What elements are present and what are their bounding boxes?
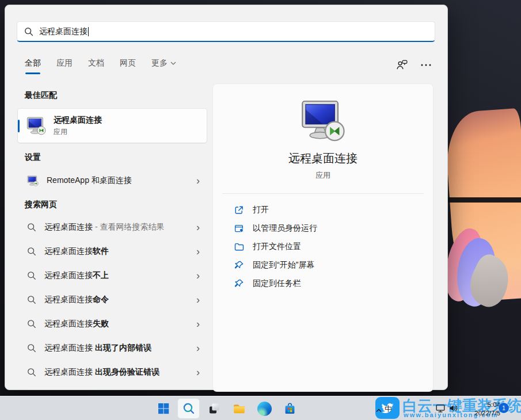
text-caret xyxy=(88,27,89,36)
chevron-right-icon: › xyxy=(193,222,200,232)
search-icon xyxy=(27,343,36,353)
best-match-header: 最佳匹配 xyxy=(25,90,57,101)
tab-all[interactable]: 全部 xyxy=(25,58,41,74)
system-tray: 中 5:04 2022/7/5 1 xyxy=(0,396,521,420)
action-label: 以管理员身份运行 xyxy=(253,223,317,234)
selection-accent-bar xyxy=(18,120,20,132)
pin-icon xyxy=(234,278,244,289)
search-input[interactable]: 远程桌面连接 xyxy=(17,21,435,42)
chevron-down-icon xyxy=(170,62,176,65)
action-label: 打开文件位置 xyxy=(253,242,301,252)
app-detail-card: 远程桌面连接 应用 打开 以管理员身份运行 打开文件位置 xyxy=(212,83,433,392)
web-suggestion[interactable]: 远程桌面连接软件 › xyxy=(18,239,207,264)
open-icon xyxy=(234,205,244,215)
action-run-as-admin[interactable]: 以管理员身份运行 xyxy=(213,219,433,238)
chevron-right-icon: › xyxy=(193,175,200,186)
settings-result-remoteapp[interactable]: RemoteApp 和桌面连接 › xyxy=(18,169,207,193)
clock[interactable]: 5:04 2022/7/5 xyxy=(474,400,500,418)
tab-apps[interactable]: 应用 xyxy=(56,58,73,74)
best-match-subtitle: 应用 xyxy=(54,127,102,137)
action-label: 固定到任务栏 xyxy=(253,278,301,289)
tray-date: 2022/7/5 xyxy=(474,409,500,418)
detail-title: 远程桌面连接 xyxy=(213,151,433,166)
best-match-result[interactable]: 远程桌面连接 应用 xyxy=(18,109,207,143)
header-icons xyxy=(396,59,431,70)
search-icon xyxy=(27,295,36,304)
chevron-right-icon: › xyxy=(193,319,200,329)
more-options-icon[interactable] xyxy=(421,63,431,67)
tray-time: 5:04 xyxy=(474,400,500,409)
web-suggestion[interactable]: 远程桌面连接 出现了内部错误 › xyxy=(18,336,207,360)
background-window-edge xyxy=(448,197,521,203)
web-suggestion[interactable]: 远程桌面连接 - 查看网络搜索结果 › xyxy=(18,215,207,239)
action-open-file-location[interactable]: 打开文件位置 xyxy=(213,238,433,256)
rdp-app-icon xyxy=(26,117,46,135)
settings-result-label: RemoteApp 和桌面连接 xyxy=(47,175,132,186)
speaker-icon[interactable] xyxy=(448,403,459,415)
tab-web[interactable]: 网页 xyxy=(120,58,136,74)
ime-indicator[interactable]: 中 xyxy=(385,404,392,414)
rdp-app-icon xyxy=(27,175,39,186)
account-chat-icon[interactable] xyxy=(396,59,408,70)
search-icon xyxy=(27,223,36,232)
chevron-right-icon: › xyxy=(193,295,200,305)
hidden-icons-chevron[interactable] xyxy=(375,404,382,415)
detail-subtitle: 应用 xyxy=(213,170,433,181)
web-suggestion[interactable]: 远程桌面连接不上 › xyxy=(18,264,207,288)
open-file-location-icon xyxy=(234,242,244,252)
taskbar: 中 5:04 2022/7/5 1 xyxy=(0,396,521,420)
best-match-title: 远程桌面连接 xyxy=(54,115,102,125)
web-suggestion[interactable]: 远程桌面连接失败 › xyxy=(18,312,207,336)
search-icon xyxy=(27,319,36,329)
search-icon xyxy=(24,27,33,36)
chevron-right-icon: › xyxy=(193,367,200,377)
chevron-right-icon: › xyxy=(193,270,200,281)
search-flyout-panel: 远程桌面连接 全部 应用 文档 网页 更多 最佳匹配 xyxy=(5,5,448,390)
chevron-right-icon: › xyxy=(193,343,200,353)
notification-badge[interactable]: 1 xyxy=(499,403,509,413)
action-pin-to-start[interactable]: 固定到“开始”屏幕 xyxy=(213,256,433,274)
search-icon xyxy=(27,271,36,280)
search-icon xyxy=(27,368,36,377)
settings-header: 设置 xyxy=(25,152,41,163)
action-label: 打开 xyxy=(253,205,269,215)
web-suggestion[interactable]: 远程桌面连接命令 › xyxy=(18,288,207,312)
filter-tabs: 全部 应用 文档 网页 更多 xyxy=(25,58,176,74)
search-query-text: 远程桌面连接 xyxy=(39,26,88,37)
action-open[interactable]: 打开 xyxy=(213,201,433,219)
search-icon xyxy=(27,247,36,256)
tab-documents[interactable]: 文档 xyxy=(88,58,104,74)
rdp-app-icon xyxy=(301,100,345,142)
tab-more[interactable]: 更多 xyxy=(151,58,176,74)
search-web-header: 搜索网页 xyxy=(25,200,57,210)
divider xyxy=(222,193,424,194)
action-label: 固定到“开始”屏幕 xyxy=(253,260,314,270)
web-suggestion[interactable]: 远程桌面连接 出现身份验证错误 › xyxy=(18,360,207,384)
network-monitor-icon[interactable] xyxy=(435,403,446,415)
chevron-right-icon: › xyxy=(193,246,200,257)
action-pin-to-taskbar[interactable]: 固定到任务栏 xyxy=(213,274,433,293)
run-as-admin-icon xyxy=(234,223,244,234)
pin-icon xyxy=(234,260,244,270)
